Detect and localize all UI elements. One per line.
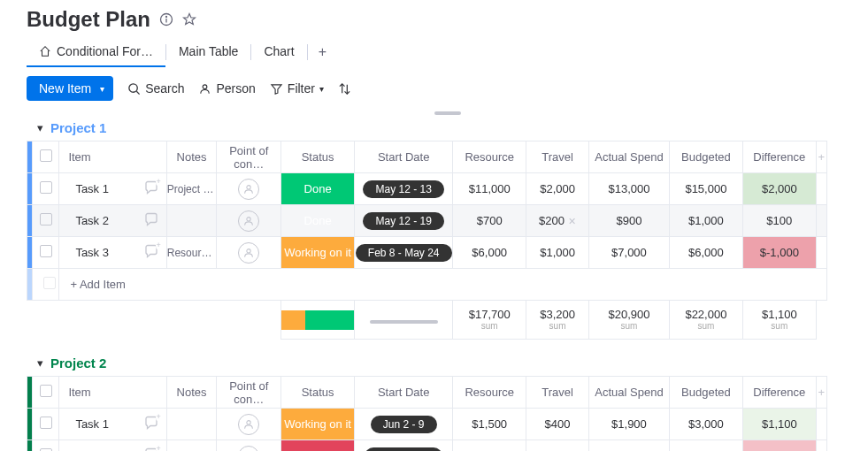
budgeted-cell[interactable]: $2,600 bbox=[669, 440, 742, 452]
add-item-row[interactable]: + Add Item bbox=[27, 269, 827, 301]
item-cell[interactable]: Task 2 + bbox=[59, 440, 166, 452]
new-item-button[interactable]: New Item ▾ bbox=[27, 76, 113, 101]
tab-chart[interactable]: Chart bbox=[251, 37, 306, 67]
table-row[interactable]: Task 3 + Resource … Working on it Feb 8 … bbox=[27, 237, 827, 269]
col-notes[interactable]: Notes bbox=[166, 141, 217, 173]
start-date-cell[interactable]: May 12 - 13 bbox=[355, 173, 453, 205]
col-budgeted[interactable]: Budgeted bbox=[669, 141, 742, 173]
resource-cell[interactable]: $700 bbox=[453, 205, 526, 237]
travel-cell[interactable]: $400 bbox=[526, 409, 589, 440]
start-date-cell[interactable]: May 12 - 19 bbox=[355, 205, 453, 237]
collapse-group-icon[interactable]: ▾ bbox=[37, 356, 43, 370]
budgeted-cell[interactable]: $6,000 bbox=[669, 237, 742, 269]
chat-icon[interactable]: + bbox=[143, 243, 159, 262]
budgeted-cell[interactable]: $1,000 bbox=[669, 205, 742, 237]
star-icon[interactable] bbox=[182, 12, 196, 27]
travel-cell[interactable]: $2,000 bbox=[526, 173, 589, 205]
col-status[interactable]: Status bbox=[281, 377, 355, 409]
col-travel[interactable]: Travel bbox=[526, 377, 589, 409]
point-of-contact-cell[interactable] bbox=[217, 205, 281, 237]
col-notes[interactable]: Notes bbox=[166, 377, 217, 409]
col-difference[interactable]: Difference bbox=[742, 377, 816, 409]
budgeted-cell[interactable]: $3,000 bbox=[669, 409, 742, 440]
notes-cell[interactable] bbox=[166, 205, 217, 237]
point-of-contact-cell[interactable] bbox=[217, 440, 281, 452]
person-filter-button[interactable]: Person bbox=[198, 81, 255, 96]
col-item[interactable]: Item bbox=[59, 377, 166, 409]
row-checkbox[interactable] bbox=[33, 205, 59, 237]
difference-cell[interactable]: $1,100 bbox=[742, 409, 816, 440]
point-of-contact-cell[interactable] bbox=[217, 237, 281, 269]
resource-cell[interactable]: $11,000 bbox=[453, 173, 526, 205]
add-view-button[interactable]: + bbox=[308, 44, 337, 60]
status-cell[interactable]: Stuck bbox=[281, 440, 355, 452]
chat-icon[interactable] bbox=[143, 211, 159, 230]
actual-spend-cell[interactable]: $1,900 bbox=[588, 409, 669, 440]
point-of-contact-cell[interactable] bbox=[217, 409, 281, 440]
col-budgeted[interactable]: Budgeted bbox=[669, 377, 742, 409]
col-actual-spend[interactable]: Actual Spend bbox=[588, 141, 669, 173]
actual-spend-cell[interactable]: $2,700 bbox=[588, 440, 669, 452]
travel-cell[interactable]: $200✕ bbox=[526, 205, 589, 237]
row-checkbox[interactable] bbox=[33, 409, 59, 440]
notes-cell[interactable] bbox=[166, 409, 217, 440]
resource-cell[interactable]: $6,000 bbox=[453, 237, 526, 269]
difference-cell[interactable]: $-100 bbox=[742, 440, 816, 452]
notes-cell[interactable]: Project D… bbox=[166, 173, 217, 205]
row-checkbox[interactable] bbox=[33, 237, 59, 269]
drag-handle[interactable] bbox=[434, 111, 461, 115]
clear-icon[interactable]: ✕ bbox=[568, 216, 576, 226]
info-icon[interactable] bbox=[159, 12, 173, 27]
start-date-cell[interactable]: Jun 2 - 9 bbox=[355, 409, 453, 440]
add-column-button[interactable]: + bbox=[816, 141, 826, 173]
add-item-label[interactable]: + Add Item bbox=[59, 269, 827, 301]
table-row[interactable]: Task 1 + Project D… Done May 12 - 13 $11… bbox=[27, 173, 827, 205]
table-row[interactable]: Task 2 + Stuck Jun 14 - 17 $2,000 $700 $… bbox=[27, 440, 827, 452]
table-row[interactable]: Task 2 Done May 12 - 19 $700 $200✕ $900 … bbox=[27, 205, 827, 237]
status-cell[interactable]: Done bbox=[281, 205, 355, 237]
chat-icon[interactable]: + bbox=[143, 447, 159, 451]
actual-spend-cell[interactable]: $900 bbox=[588, 205, 669, 237]
collapse-group-icon[interactable]: ▾ bbox=[37, 121, 43, 134]
item-cell[interactable]: Task 2 bbox=[59, 205, 166, 237]
row-checkbox[interactable] bbox=[33, 440, 59, 452]
select-all-checkbox[interactable] bbox=[33, 377, 59, 409]
select-all-checkbox[interactable] bbox=[33, 141, 59, 173]
col-difference[interactable]: Difference bbox=[742, 141, 816, 173]
status-cell[interactable]: Working on it bbox=[281, 409, 355, 440]
start-date-cell[interactable]: Feb 8 - May 24 bbox=[355, 237, 453, 269]
chat-icon[interactable]: + bbox=[143, 180, 159, 198]
difference-cell[interactable]: $2,000 bbox=[742, 173, 816, 205]
col-point-of-contact[interactable]: Point of con… bbox=[217, 377, 281, 409]
chat-icon[interactable]: + bbox=[143, 415, 159, 433]
actual-spend-cell[interactable]: $7,000 bbox=[588, 237, 669, 269]
col-travel[interactable]: Travel bbox=[526, 141, 589, 173]
col-status[interactable]: Status bbox=[281, 141, 355, 173]
sort-button[interactable] bbox=[338, 82, 351, 96]
group-title[interactable]: Project 1 bbox=[50, 120, 106, 135]
col-start-date[interactable]: Start Date bbox=[355, 141, 453, 173]
resource-cell[interactable]: $1,500 bbox=[453, 409, 526, 440]
resource-cell[interactable]: $2,000 bbox=[453, 440, 526, 452]
difference-cell[interactable]: $100 bbox=[742, 205, 816, 237]
tab-main-table[interactable]: Main Table bbox=[166, 37, 250, 67]
status-cell[interactable]: Done bbox=[281, 173, 355, 205]
difference-cell[interactable]: $-1,000 bbox=[742, 237, 816, 269]
search-button[interactable]: Search bbox=[127, 81, 184, 96]
start-date-cell[interactable]: Jun 14 - 17 bbox=[355, 440, 453, 452]
travel-cell[interactable]: $700 bbox=[526, 440, 589, 452]
notes-cell[interactable]: Resource … bbox=[166, 237, 217, 269]
add-column-button[interactable]: + bbox=[816, 377, 826, 409]
item-cell[interactable]: Task 3 + bbox=[59, 237, 166, 269]
filter-button[interactable]: Filter ▾ bbox=[270, 81, 324, 96]
notes-cell[interactable] bbox=[166, 440, 217, 452]
actual-spend-cell[interactable]: $13,000 bbox=[588, 173, 669, 205]
status-cell[interactable]: Working on it bbox=[281, 237, 355, 269]
tab-conditional-formatting[interactable]: Conditional For… bbox=[27, 37, 165, 67]
point-of-contact-cell[interactable] bbox=[217, 173, 281, 205]
col-start-date[interactable]: Start Date bbox=[355, 377, 453, 409]
col-resource[interactable]: Resource bbox=[453, 377, 526, 409]
item-cell[interactable]: Task 1 + bbox=[59, 409, 166, 440]
col-resource[interactable]: Resource bbox=[453, 141, 526, 173]
group-title[interactable]: Project 2 bbox=[50, 355, 106, 371]
